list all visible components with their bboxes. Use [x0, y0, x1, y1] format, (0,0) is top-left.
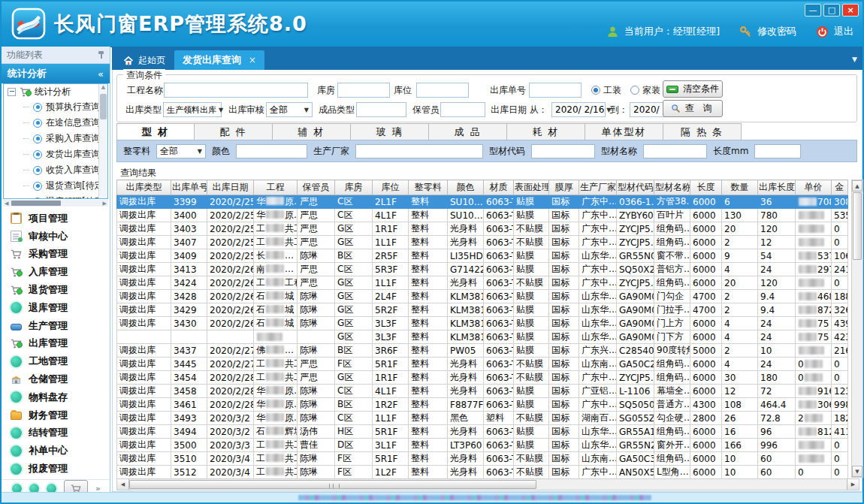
scrollbar-thumb[interactable]	[129, 480, 536, 489]
material-tab[interactable]: 配 件	[195, 123, 273, 140]
footer-dot-icon[interactable]	[47, 484, 56, 492]
location-input[interactable]	[416, 83, 469, 98]
table-row[interactable]: 调拨出库34072020/2/25工共工程严思G区1L1F整料光身料6063-T…	[117, 236, 848, 249]
scroll-up-icon[interactable]: ▲	[852, 180, 862, 192]
table-row[interactable]: G区3L3F整料KLM38176063-T5贴膜国标山东华…GA90M09.门下…	[117, 330, 848, 344]
profile-code-input[interactable]	[531, 144, 595, 158]
tree-item[interactable]: 发货出库查询	[4, 146, 99, 162]
warehouse-input[interactable]	[337, 83, 390, 98]
sidebar-menu-item[interactable]: 审核中心	[2, 228, 110, 246]
column-header[interactable]: 库房	[335, 180, 373, 195]
sidebar-menu-item[interactable]: 退库管理	[2, 299, 110, 317]
horizontal-scrollbar[interactable]: ◀ ▶	[116, 478, 859, 490]
scrollbar-thumb[interactable]	[853, 192, 862, 260]
sidebar-menu-item[interactable]: 结转管理	[2, 424, 110, 442]
column-header[interactable]: 库位	[373, 180, 409, 195]
table-row[interactable]: 调拨出库34092020/2/25长…陈琳B区2R5F整料LI35HD6063-…	[117, 249, 848, 263]
sidebar-menu-item[interactable]: 报废管理	[2, 460, 110, 478]
order-no-input[interactable]	[529, 83, 582, 98]
vertical-scrollbar[interactable]: ▲ ▼	[851, 180, 863, 478]
sidebar-menu-item[interactable]: 入库管理	[2, 263, 110, 281]
sidebar-menu-item[interactable]: 补单中心	[2, 442, 110, 460]
length-input[interactable]	[754, 144, 801, 158]
sidebar-menu-item[interactable]: 项目管理	[2, 210, 110, 228]
sidebar-menu-item[interactable]: 财务管理	[2, 406, 110, 424]
tree-item[interactable]: 采购入库查询	[4, 131, 99, 146]
color-input[interactable]	[236, 144, 307, 158]
clear-conditions-button[interactable]: 清空条件	[663, 80, 723, 98]
sidebar-menu-item[interactable]: 仓储管理	[2, 370, 110, 388]
table-row[interactable]: 调拨出库34292020/2/26石城陈琳G区5R2F整料KLM38176063…	[117, 303, 848, 317]
project-name-input[interactable]	[164, 83, 308, 98]
column-header[interactable]: 数量	[722, 180, 758, 195]
collapse-icon[interactable]: «	[98, 68, 104, 80]
table-row[interactable]: 调拨出库34002020/2/25华原…严思C区4L1F整料SU10…6063-…	[117, 209, 848, 222]
sidebar-menu-item[interactable]: 采购管理	[2, 246, 110, 264]
table-row[interactable]: 调拨出库34242020/2/26工工程严思G区1L1F整料光身料6063-T5…	[117, 276, 848, 290]
column-header[interactable]: 工程	[254, 180, 298, 195]
tree-horizontal-scrollbar[interactable]: ◀▶	[3, 200, 108, 207]
tab-list-dropdown-icon[interactable]: ▼	[852, 56, 857, 63]
tree-item[interactable]: 退货查询[待定]	[4, 178, 99, 194]
table-row[interactable]: 调拨出库34932020/3/2华原…陈琳C区1L1F整料黑色塑料不贴膜国标湖南…	[117, 412, 848, 425]
column-header[interactable]: 出库类型	[117, 180, 171, 195]
table-row[interactable]: 调拨出库34302020/2/26石城陈琳G区3L3F整料KLM38176063…	[117, 317, 848, 330]
table-row[interactable]: 调拨出库34132020/2/26南…严思C区5R3F整料G714226063-…	[117, 263, 848, 276]
footer-dot-icon[interactable]	[12, 484, 22, 492]
section-header[interactable]: 统计分析 «	[2, 64, 110, 83]
minimize-button[interactable]: —	[805, 4, 821, 17]
table-row[interactable]: 调拨出库34372020/2/27佛…陈琳B区3R6F整料PW056063-T5…	[117, 344, 848, 358]
tree-item[interactable]: 预算执行查询	[4, 99, 99, 115]
column-header[interactable]: 生产厂家	[579, 180, 617, 195]
column-header[interactable]: 膜厚	[549, 180, 579, 195]
tree-root[interactable]: 统计分析	[4, 84, 99, 99]
audit-select[interactable]: 全部▼	[266, 102, 313, 117]
table-row[interactable]: 调拨出库34612020/2/28华原…陈琳B区1R2F整料F8877FT606…	[117, 398, 848, 412]
table-row[interactable]: 调拨出库34582020/2/28华原…陈琳C区4L1F整料光身料6063-T5…	[117, 385, 848, 398]
radio-gongzhuang[interactable]	[591, 86, 600, 95]
column-header[interactable]: 出库长度	[758, 180, 796, 195]
material-tab[interactable]: 耗 材	[507, 123, 585, 140]
scroll-left-icon[interactable]: ◀	[117, 479, 129, 490]
table-row[interactable]: 调拨出库34542020/2/28工共工程严思G区1R1F整料光身料6063-T…	[117, 371, 848, 385]
tab-shipment-query[interactable]: 发货出库查询 ×	[174, 50, 264, 70]
product-type-input[interactable]	[356, 102, 406, 117]
material-tab[interactable]: 成 品	[429, 123, 507, 140]
material-tab[interactable]: 单体型材	[585, 123, 663, 140]
expand-chevron[interactable]: »	[95, 485, 101, 492]
table-row[interactable]: 调拨出库34032020/2/25工共工程严思G区1R1F整料光身料6063-T…	[117, 222, 848, 236]
column-header[interactable]: 颜色	[448, 180, 484, 195]
close-button[interactable]: ×	[842, 4, 859, 17]
radio-jiazhuang[interactable]	[630, 86, 639, 95]
tree-vertical-scrollbar[interactable]: ▲	[98, 84, 107, 198]
tree-item[interactable]: 退库管理[待定]	[4, 194, 99, 198]
tab-home[interactable]: 起始页	[114, 51, 174, 70]
column-header[interactable]: 出库单号	[171, 180, 207, 195]
keeper-input[interactable]	[440, 102, 485, 117]
material-tab[interactable]: 型 材	[116, 123, 195, 140]
scroll-down-icon[interactable]: ▼	[852, 466, 862, 477]
table-row[interactable]: 调拨出库34282020/2/26石城陈琳G区2L4F整料KLM38176063…	[117, 290, 848, 303]
pin-icon[interactable]	[98, 50, 104, 59]
profile-name-input[interactable]	[643, 144, 707, 158]
sidebar-menu-item[interactable]: 生产管理	[2, 317, 110, 335]
sidebar-menu-item[interactable]: 工地管理	[2, 352, 110, 370]
sidebar-menu-item[interactable]: 物料盘存	[2, 388, 110, 406]
column-header[interactable]: 型材名称	[654, 180, 690, 195]
sidebar-menu-item[interactable]: 退货管理	[2, 281, 110, 299]
scroll-right-icon[interactable]: ▶	[847, 479, 859, 490]
column-header[interactable]: 金	[832, 180, 848, 195]
tab-close-icon[interactable]: ×	[249, 55, 256, 65]
logout-link[interactable]: 退出	[834, 25, 853, 38]
maker-input[interactable]	[355, 144, 483, 158]
column-header[interactable]: 型材代码	[617, 180, 654, 195]
material-tab[interactable]: 辅 材	[273, 123, 351, 140]
column-header[interactable]: 保管员	[298, 180, 335, 195]
footer-cart-button[interactable]	[64, 480, 88, 492]
date-from-picker[interactable]: 2020/ 2/16▼	[551, 102, 606, 117]
column-header[interactable]: 单价	[796, 180, 832, 195]
table-row[interactable]: 调拨出库33992020/2/25华原…严思C区2L1F整料SU10…6063-…	[117, 195, 848, 209]
table-row[interactable]: 调拨出库34942020/3/2石辉城汤伟H区5R1F整料光身料6063-T5贴…	[117, 425, 848, 439]
tree-item[interactable]: 收货入库查询	[4, 162, 99, 178]
whole-piece-select[interactable]: 全部▼	[156, 144, 206, 158]
